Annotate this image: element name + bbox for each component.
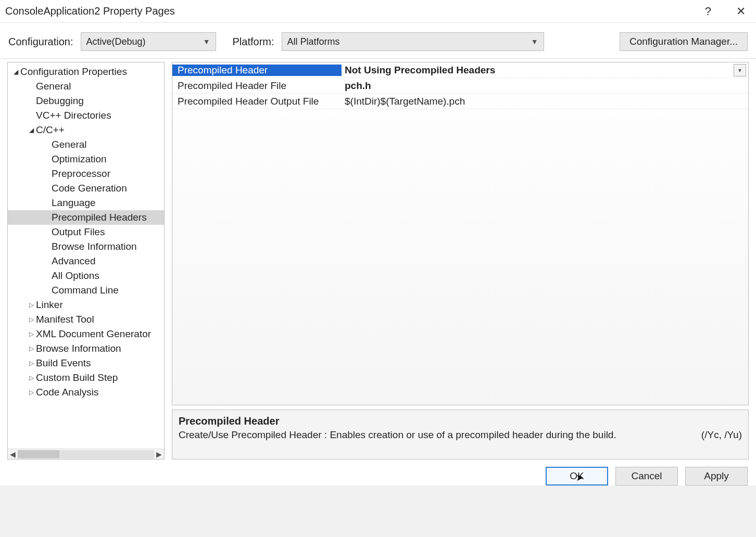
property-name: Precompiled Header File	[172, 80, 342, 92]
help-icon[interactable]: ?	[700, 3, 716, 20]
tree-item-label: Output Files	[52, 226, 105, 238]
description-body: Create/Use Precompiled Header : Enables …	[179, 429, 616, 441]
tree-item[interactable]: ▷Code Analysis	[8, 385, 164, 400]
tree-item-label: Browse Information	[36, 343, 121, 354]
config-manager-button[interactable]: Configuration Manager...	[620, 32, 748, 51]
scroll-right-icon[interactable]: ▶	[156, 450, 162, 458]
chevron-down-icon: ▼	[203, 37, 210, 46]
property-value[interactable]: Not Using Precompiled Headers	[342, 65, 734, 76]
chevron-right-icon: ▷	[27, 360, 36, 367]
scroll-thumb[interactable]	[18, 450, 59, 458]
tree-item[interactable]: ◢C/C++	[8, 123, 164, 137]
tree-item[interactable]: Preprocessor	[8, 167, 164, 181]
tree-item-label: Manifest Tool	[36, 314, 94, 325]
tree-item-label: Optimization	[52, 154, 107, 165]
tree-scrollbar[interactable]: ◀ ▶	[8, 449, 164, 459]
config-manager-label: Configuration Manager...	[629, 36, 738, 47]
tree-item[interactable]: Debugging	[8, 94, 164, 108]
tree-item-label: Custom Build Step	[36, 372, 118, 383]
tree[interactable]: ◢Configuration PropertiesGeneralDebuggin…	[8, 62, 164, 449]
property-name: Precompiled Header Output File	[172, 96, 342, 107]
platform-value: All Platforms	[287, 36, 340, 47]
platform-dropdown[interactable]: All Platforms ▼	[282, 32, 544, 51]
tree-item-label: Advanced	[52, 255, 96, 267]
tree-item-label: Browse Information	[52, 241, 137, 252]
tree-item-label: C/C++	[36, 124, 65, 136]
tree-item[interactable]: Command Line	[8, 283, 164, 298]
tree-item-label: Command Line	[52, 285, 119, 296]
tree-panel: ◢Configuration PropertiesGeneralDebuggin…	[7, 62, 165, 459]
cancel-button[interactable]: Cancel	[615, 467, 678, 485]
cancel-label: Cancel	[631, 470, 662, 482]
property-value[interactable]: pch.h	[342, 80, 748, 92]
tree-item[interactable]: Precompiled Headers	[8, 210, 164, 225]
chevron-right-icon: ▷	[27, 345, 36, 352]
configuration-value: Active(Debug)	[86, 36, 146, 47]
tree-item-label: Precompiled Headers	[52, 212, 147, 223]
chevron-right-icon: ▷	[27, 316, 36, 323]
chevron-down-icon: ◢	[11, 68, 20, 75]
property-row[interactable]: Precompiled Header Output File$(IntDir)$…	[172, 94, 748, 109]
tree-item[interactable]: VC++ Directories	[8, 108, 164, 123]
configuration-label: Configuration:	[8, 36, 73, 48]
ok-label: OK	[570, 470, 584, 482]
chevron-down-icon[interactable]: ▾	[734, 64, 746, 76]
tree-item[interactable]: All Options	[8, 268, 164, 283]
tree-item[interactable]: General	[8, 137, 164, 152]
tree-item[interactable]: Browse Information	[8, 239, 164, 254]
chevron-right-icon: ▷	[27, 389, 36, 396]
chevron-down-icon: ◢	[27, 126, 36, 134]
apply-label: Apply	[704, 470, 729, 482]
right-panel: Precompiled HeaderNot Using Precompiled …	[172, 62, 749, 459]
tree-item[interactable]: ▷Custom Build Step	[8, 370, 164, 385]
titlebar: ConsoleApplication2 Property Pages ? ✕	[0, 0, 756, 23]
platform-label: Platform:	[233, 36, 274, 48]
footer: OK ➤ Cancel Apply	[0, 459, 756, 485]
property-value[interactable]: $(IntDir)$(TargetName).pch	[342, 96, 748, 107]
tree-item[interactable]: Language	[8, 196, 164, 210]
tree-item[interactable]: Advanced	[8, 254, 164, 268]
tree-item[interactable]: ▷Manifest Tool	[8, 312, 164, 327]
tree-item-label: Configuration Properties	[20, 66, 127, 78]
tree-item-label: XML Document Generator	[36, 328, 151, 340]
tree-item-label: Linker	[36, 299, 63, 311]
description-flags: (/Yc, /Yu)	[701, 429, 742, 441]
tree-item[interactable]: General	[8, 79, 164, 94]
scroll-track[interactable]	[18, 450, 154, 458]
chevron-right-icon: ▷	[27, 301, 36, 309]
tree-item-label: Build Events	[36, 357, 91, 369]
close-icon[interactable]: ✕	[731, 3, 751, 20]
chevron-right-icon: ▷	[27, 330, 36, 338]
apply-button[interactable]: Apply	[685, 467, 748, 485]
ok-button[interactable]: OK ➤	[546, 467, 608, 485]
tree-item-label: Preprocessor	[52, 168, 110, 180]
tree-item-label: Code Analysis	[36, 387, 98, 398]
chevron-right-icon: ▷	[27, 374, 36, 381]
property-name: Precompiled Header	[172, 65, 342, 76]
tree-item[interactable]: ▷Linker	[8, 298, 164, 312]
tree-item[interactable]: Optimization	[8, 152, 164, 167]
tree-item[interactable]: ▷Browse Information	[8, 341, 164, 356]
tree-item[interactable]: Output Files	[8, 225, 164, 239]
tree-item-label: Language	[52, 197, 96, 209]
tree-item[interactable]: Code Generation	[8, 181, 164, 196]
property-grid[interactable]: Precompiled HeaderNot Using Precompiled …	[172, 62, 749, 405]
tree-item-label: General	[36, 81, 71, 92]
tree-item-label: VC++ Directories	[36, 110, 111, 121]
tree-item[interactable]: ▷Build Events	[8, 356, 164, 370]
tree-item[interactable]: ◢Configuration Properties	[8, 65, 164, 79]
tree-item[interactable]: ▷XML Document Generator	[8, 327, 164, 341]
property-row[interactable]: Precompiled Header Filepch.h	[172, 78, 748, 94]
tree-item-label: Code Generation	[52, 183, 127, 194]
chevron-down-icon: ▼	[531, 37, 538, 46]
window-title: ConsoleApplication2 Property Pages	[5, 5, 175, 17]
tree-item-label: Debugging	[36, 95, 84, 107]
property-row[interactable]: Precompiled HeaderNot Using Precompiled …	[172, 62, 748, 78]
toolbar: Configuration: Active(Debug) ▼ Platform:…	[0, 23, 756, 59]
configuration-dropdown[interactable]: Active(Debug) ▼	[81, 32, 216, 51]
description-panel: Precompiled Header Create/Use Precompile…	[172, 410, 749, 459]
description-title: Precompiled Header	[179, 415, 742, 427]
content: ◢Configuration PropertiesGeneralDebuggin…	[0, 59, 756, 459]
scroll-left-icon[interactable]: ◀	[10, 450, 16, 458]
tree-item-label: General	[52, 139, 87, 150]
